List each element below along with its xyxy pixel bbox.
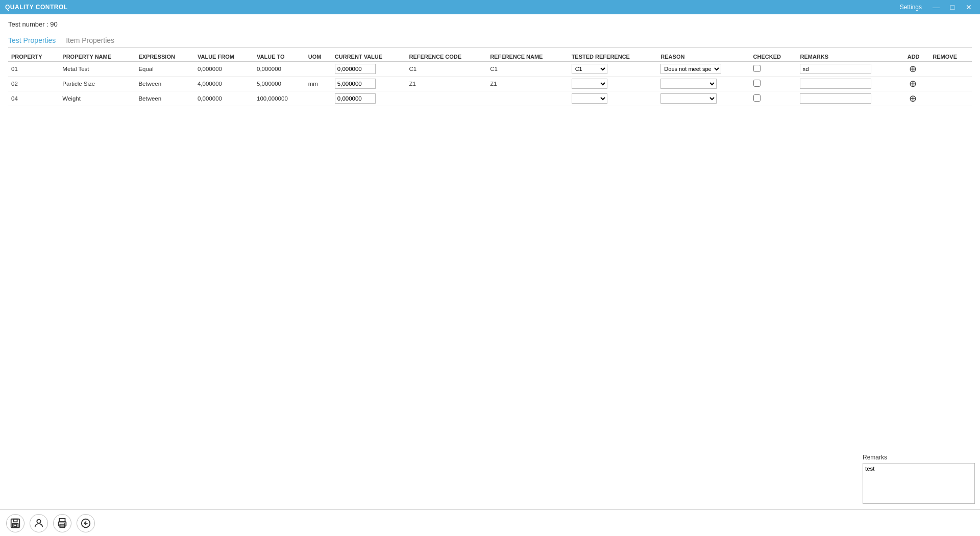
cell-expression-01: Equal: [135, 62, 194, 77]
back-button[interactable]: [77, 514, 95, 532]
table-row: 04 Weight Between 0,000000 100,000000: [8, 91, 972, 106]
tab-item-properties[interactable]: Item Properties: [62, 34, 120, 47]
bottom-toolbar: [0, 509, 980, 536]
cell-value-to-02: 5,000000: [254, 77, 305, 91]
cell-remarks-01[interactable]: [797, 62, 904, 77]
reason-select-04[interactable]: [660, 93, 717, 104]
remarks-input-04[interactable]: [800, 93, 871, 104]
current-value-input-04[interactable]: [335, 93, 376, 104]
cell-property-01: 01: [8, 62, 59, 77]
cell-property-name-04: Weight: [59, 91, 135, 106]
cell-remove-02: [929, 77, 972, 91]
col-header-value-to: VALUE TO: [254, 52, 305, 62]
main-content: Test number : 90 Test Properties Item Pr…: [0, 14, 980, 112]
app-title: QUALITY CONTROL: [5, 4, 68, 11]
person-icon: [33, 518, 44, 529]
cell-add-01[interactable]: ⊕: [904, 62, 930, 77]
cell-reference-code-04: [406, 91, 487, 106]
cell-reference-name-02: Z1: [487, 77, 569, 91]
cell-property-name-02: Particle Size: [59, 77, 135, 91]
cell-reason-04[interactable]: [657, 91, 750, 106]
reason-select-01[interactable]: Does not meet spe: [660, 64, 721, 74]
cell-value-from-01: 0,000000: [194, 62, 254, 77]
col-header-uom: UOM: [305, 52, 332, 62]
table-row: 01 Metal Test Equal 0,000000 0,000000 C1…: [8, 62, 972, 77]
cell-add-02[interactable]: ⊕: [904, 77, 930, 91]
tabs: Test Properties Item Properties: [8, 34, 972, 48]
cell-current-value-01[interactable]: [332, 62, 406, 77]
cell-reason-01[interactable]: Does not meet spe: [657, 62, 750, 77]
person-button[interactable]: [30, 514, 48, 532]
cell-tested-reference-04[interactable]: [569, 91, 658, 106]
remarks-input-02[interactable]: [800, 79, 871, 89]
cell-expression-02: Between: [135, 77, 194, 91]
col-header-reference-code: REFERENCE CODE: [406, 52, 487, 62]
table-body: 01 Metal Test Equal 0,000000 0,000000 C1…: [8, 62, 972, 106]
checked-checkbox-04[interactable]: [753, 94, 761, 102]
close-button[interactable]: ✕: [963, 1, 975, 13]
cell-uom-01: [305, 62, 332, 77]
save-button[interactable]: [6, 514, 24, 532]
reason-select-02[interactable]: [660, 79, 717, 89]
title-bar-right: Settings — □ ✕: [896, 1, 975, 13]
title-bar-left: QUALITY CONTROL: [5, 4, 68, 11]
cell-property-04: 04: [8, 91, 59, 106]
cell-current-value-04[interactable]: [332, 91, 406, 106]
cell-remarks-04[interactable]: [797, 91, 904, 106]
cell-tested-reference-01[interactable]: C1: [569, 62, 658, 77]
cell-value-from-02: 4,000000: [194, 77, 254, 91]
tested-reference-select-04[interactable]: [572, 93, 607, 104]
col-header-tested-reference: TESTED REFERENCE: [569, 52, 658, 62]
add-button-02[interactable]: ⊕: [908, 78, 919, 89]
col-header-value-from: VALUE FROM: [194, 52, 254, 62]
svg-point-4: [37, 519, 40, 523]
cell-checked-04[interactable]: [750, 91, 797, 106]
col-header-current-value: CURRENT VALUE: [332, 52, 406, 62]
svg-rect-5: [60, 518, 65, 521]
col-header-reason: REASON: [657, 52, 750, 62]
minimize-button[interactable]: —: [930, 1, 942, 13]
cell-remarks-02[interactable]: [797, 77, 904, 91]
cell-property-02: 02: [8, 77, 59, 91]
current-value-input-01[interactable]: [335, 64, 376, 74]
cell-reason-02[interactable]: [657, 77, 750, 91]
cell-value-to-01: 0,000000: [254, 62, 305, 77]
checked-checkbox-02[interactable]: [753, 80, 761, 87]
properties-table: PROPERTY PROPERTY NAME EXPRESSION VALUE …: [8, 52, 972, 106]
cell-tested-reference-02[interactable]: [569, 77, 658, 91]
add-button-04[interactable]: ⊕: [908, 93, 919, 104]
remarks-panel: Remarks test: [863, 454, 975, 505]
save-icon: [10, 518, 21, 529]
cell-remove-04: [929, 91, 972, 106]
settings-button[interactable]: Settings: [896, 3, 926, 12]
tested-reference-select-01[interactable]: C1: [572, 64, 607, 74]
print-button[interactable]: [53, 514, 71, 532]
cell-reference-name-01: C1: [487, 62, 569, 77]
checked-checkbox-01[interactable]: [753, 65, 761, 72]
cell-checked-02[interactable]: [750, 77, 797, 91]
cell-reference-code-01: C1: [406, 62, 487, 77]
col-header-reference-name: REFERENCE NAME: [487, 52, 569, 62]
col-header-remove: REMOVE: [929, 52, 972, 62]
cell-uom-04: [305, 91, 332, 106]
current-value-input-02[interactable]: [335, 79, 376, 89]
remarks-input-01[interactable]: [800, 64, 871, 74]
cell-add-04[interactable]: ⊕: [904, 91, 930, 106]
svg-point-8: [64, 523, 65, 524]
remarks-textarea[interactable]: test: [863, 463, 975, 504]
tab-test-properties[interactable]: Test Properties: [8, 34, 62, 47]
title-bar: QUALITY CONTROL Settings — □ ✕: [0, 0, 980, 14]
cell-uom-02: mm: [305, 77, 332, 91]
tested-reference-select-02[interactable]: [572, 79, 607, 89]
add-button-01[interactable]: ⊕: [908, 63, 919, 75]
col-header-property: PROPERTY: [8, 52, 59, 62]
remarks-label: Remarks: [863, 454, 975, 461]
cell-value-from-04: 0,000000: [194, 91, 254, 106]
maximize-button[interactable]: □: [946, 1, 959, 13]
test-number: Test number : 90: [8, 20, 972, 28]
cell-current-value-02[interactable]: [332, 77, 406, 91]
cell-checked-01[interactable]: [750, 62, 797, 77]
col-header-checked: CHECKED: [750, 52, 797, 62]
svg-rect-3: [14, 524, 17, 526]
col-header-add: ADD: [904, 52, 930, 62]
